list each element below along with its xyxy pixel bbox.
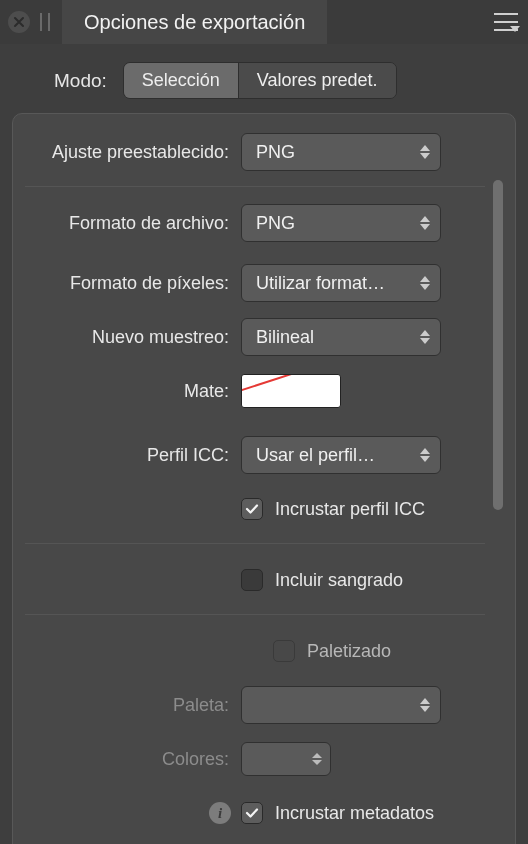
- stepper-icon: [420, 145, 430, 159]
- icc-profile-value: Usar el perfil…: [256, 445, 375, 466]
- palette-label: Paleta:: [25, 695, 241, 716]
- resample-value: Bilineal: [256, 327, 314, 348]
- drag-handle-icon: [40, 13, 50, 31]
- icc-profile-select[interactable]: Usar el perfil…: [241, 436, 441, 474]
- stepper-icon: [312, 753, 322, 765]
- panel-menu-icon[interactable]: [494, 13, 518, 31]
- pixel-format-select[interactable]: Utilizar format…: [241, 264, 441, 302]
- resample-label: Nuevo muestreo:: [25, 327, 241, 348]
- colors-input[interactable]: [241, 742, 331, 776]
- embed-metadata-checkbox[interactable]: [241, 802, 263, 824]
- divider: [25, 543, 485, 544]
- mode-label: Modo:: [54, 70, 107, 92]
- close-button[interactable]: [8, 11, 30, 33]
- file-format-label: Formato de archivo:: [25, 213, 241, 234]
- divider: [25, 614, 485, 615]
- info-icon[interactable]: i: [209, 802, 231, 824]
- mode-segmented-control: Selección Valores predet.: [123, 62, 397, 99]
- stepper-icon: [420, 276, 430, 290]
- stepper-icon: [420, 698, 430, 712]
- file-format-value: PNG: [256, 213, 295, 234]
- tab-label: Opciones de exportación: [84, 11, 305, 34]
- mode-option-selection[interactable]: Selección: [124, 63, 238, 98]
- stepper-icon: [420, 448, 430, 462]
- mode-option-defaults[interactable]: Valores predet.: [238, 63, 396, 98]
- matte-label: Mate:: [25, 381, 241, 402]
- include-bleed-label: Incluir sangrado: [275, 570, 403, 591]
- matte-color-swatch[interactable]: [241, 374, 341, 408]
- divider: [25, 186, 485, 187]
- stepper-icon: [420, 330, 430, 344]
- preset-select[interactable]: PNG: [241, 133, 441, 171]
- stepper-icon: [420, 216, 430, 230]
- preset-label: Ajuste preestablecido:: [25, 142, 241, 163]
- tab-export-options[interactable]: Opciones de exportación: [62, 0, 327, 44]
- preset-select-value: PNG: [256, 142, 295, 163]
- colors-label: Colores:: [25, 749, 241, 770]
- resample-select[interactable]: Bilineal: [241, 318, 441, 356]
- embed-icc-checkbox[interactable]: [241, 498, 263, 520]
- pixel-format-label: Formato de píxeles:: [25, 273, 241, 294]
- embed-metadata-label: Incrustar metadatos: [275, 803, 434, 824]
- palettized-label: Paletizado: [307, 641, 391, 662]
- palette-select[interactable]: [241, 686, 441, 724]
- palettized-checkbox[interactable]: [273, 640, 295, 662]
- icc-profile-label: Perfil ICC:: [25, 445, 241, 466]
- file-format-select[interactable]: PNG: [241, 204, 441, 242]
- pixel-format-value: Utilizar format…: [256, 273, 385, 294]
- include-bleed-checkbox[interactable]: [241, 569, 263, 591]
- scrollbar[interactable]: [493, 180, 503, 510]
- embed-icc-label: Incrustar perfil ICC: [275, 499, 425, 520]
